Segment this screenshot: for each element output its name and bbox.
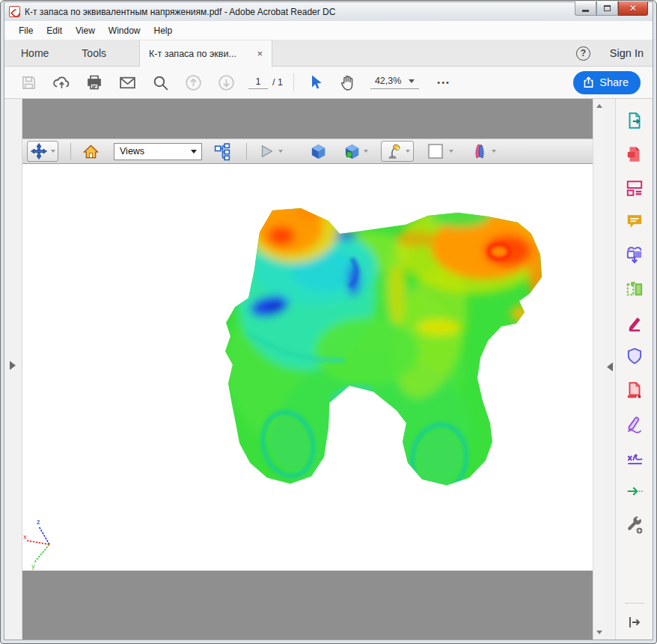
tool-certificates[interactable]: [622, 412, 647, 436]
email-button[interactable]: [117, 72, 138, 93]
sign-in-button[interactable]: Sign In: [610, 47, 644, 59]
render-mode-cube-icon: [343, 143, 361, 160]
tab-close-icon[interactable]: ×: [257, 48, 263, 59]
viewer3d-toolbar: Views: [22, 139, 593, 164]
zoom-dropdown-caret-icon[interactable]: [409, 79, 415, 83]
search-button[interactable]: [150, 72, 171, 93]
close-button[interactable]: ✕: [618, 1, 648, 16]
viewer3d-divider: [246, 143, 247, 160]
minimize-icon: [582, 10, 589, 12]
play-icon: [258, 143, 275, 160]
more-tools-button[interactable]: •••: [437, 78, 450, 87]
help-icon[interactable]: ?: [576, 46, 590, 61]
select-cursor-icon: [306, 73, 324, 91]
title-bar[interactable]: К-т запаса по эквивалентным напряжениям.…: [4, 2, 653, 21]
select-tool-button[interactable]: [305, 72, 326, 93]
play-animation-button[interactable]: [256, 141, 285, 162]
scroll-up-icon[interactable]: [596, 104, 602, 108]
render-mode-caret-icon[interactable]: [364, 150, 368, 153]
background-caret-icon[interactable]: [449, 150, 453, 153]
tool-edit-pdf[interactable]: [622, 176, 647, 200]
tab-document-label: К-т запаса по экви...: [149, 49, 251, 59]
minimize-button[interactable]: [575, 1, 596, 16]
tool-protect[interactable]: [622, 344, 647, 368]
more-tools-wrench-icon: [625, 515, 644, 535]
scroll-down-icon[interactable]: [596, 631, 602, 634]
menu-window[interactable]: Window: [102, 22, 147, 39]
toolbar-divider: [293, 73, 294, 91]
menu-view[interactable]: View: [69, 22, 102, 39]
canvas-margin-top: [22, 99, 593, 139]
share-button[interactable]: Share: [573, 71, 641, 94]
send-for-review-icon: [625, 482, 644, 501]
page-total-label: / 1: [272, 77, 283, 88]
zoom-value: 42,3%: [375, 76, 401, 86]
background-swatch-icon: [428, 144, 443, 159]
pdf-page[interactable]: z x y: [22, 164, 593, 571]
canvas-margin-bottom: [22, 571, 593, 640]
tool-fill-and-sign[interactable]: [622, 311, 647, 335]
render-mode-button[interactable]: [341, 141, 370, 162]
tool-send-for-review[interactable]: [622, 479, 647, 503]
cross-section-button[interactable]: [468, 141, 498, 162]
vertical-scrollbar[interactable]: [593, 99, 605, 640]
tab-tools[interactable]: Tools: [65, 40, 123, 66]
menu-file[interactable]: File: [12, 22, 40, 39]
save-button[interactable]: [18, 72, 39, 93]
play-caret-icon[interactable]: [278, 150, 283, 153]
restore-button[interactable]: [596, 1, 618, 16]
share-label: Share: [599, 76, 629, 88]
tab-home[interactable]: Home: [4, 40, 65, 66]
ink-signature-icon: [625, 414, 644, 434]
protect-shield-icon: [625, 347, 644, 366]
lighting-lamp-icon: [385, 143, 403, 160]
search-icon: [151, 73, 170, 92]
views-dropdown[interactable]: Views: [114, 143, 202, 160]
tool-request-signatures[interactable]: [622, 446, 647, 470]
upload-cloud-button[interactable]: [51, 72, 72, 93]
orientation-triad: z x y: [23, 519, 49, 570]
3d-model-canvas[interactable]: z x y: [22, 164, 593, 571]
content-area: Views: [4, 99, 653, 640]
default-view-button[interactable]: [80, 141, 102, 162]
page-number-input[interactable]: 1: [248, 76, 268, 89]
zoom-control[interactable]: 42,3%: [370, 76, 419, 89]
hand-tool-button[interactable]: [337, 72, 358, 93]
document-viewport[interactable]: Views: [22, 99, 593, 640]
rotate-tool-button[interactable]: [27, 141, 58, 162]
tool-combine-files[interactable]: [622, 243, 647, 267]
model-tree-button[interactable]: [211, 141, 234, 162]
model-tree-icon: [213, 142, 232, 161]
tool-redact[interactable]: [622, 378, 647, 402]
previous-page-button[interactable]: [183, 72, 204, 93]
background-color-button[interactable]: [426, 141, 456, 162]
lighting-button[interactable]: [381, 141, 414, 162]
tab-bar: Home Tools К-т запаса по экви... × ? Sig…: [4, 40, 653, 67]
tools-pane-divider: [625, 603, 644, 604]
tool-create-pdf[interactable]: [622, 142, 647, 166]
expand-nav-pane-arrow-icon[interactable]: [10, 361, 16, 370]
menu-help[interactable]: Help: [147, 22, 180, 39]
save-icon: [20, 74, 37, 91]
acrobat-app-icon: [9, 6, 20, 17]
print-button[interactable]: [84, 72, 105, 93]
projection-cube-icon: [310, 143, 327, 160]
next-page-button[interactable]: [216, 72, 236, 93]
rotate-tool-caret-icon[interactable]: [51, 150, 55, 153]
restore-icon: [604, 5, 611, 11]
use-perspective-button[interactable]: [308, 141, 329, 162]
views-dropdown-label: Views: [120, 146, 191, 157]
tool-comment[interactable]: [622, 210, 647, 234]
tool-export-pdf[interactable]: [622, 109, 647, 133]
cross-section-caret-icon[interactable]: [492, 150, 496, 153]
menu-edit[interactable]: Edit: [40, 22, 69, 39]
expand-pane-icon[interactable]: [627, 616, 642, 629]
tab-document[interactable]: К-т запаса по экви... ×: [139, 40, 272, 67]
home-view-icon: [82, 143, 100, 160]
request-signatures-icon: [625, 448, 644, 467]
collapse-tools-pane-arrow-icon[interactable]: [607, 362, 613, 371]
tool-organize-pages[interactable]: [622, 277, 647, 301]
tool-more-tools[interactable]: [622, 513, 647, 537]
cross-section-icon: [470, 142, 488, 160]
lighting-caret-icon[interactable]: [406, 150, 410, 153]
